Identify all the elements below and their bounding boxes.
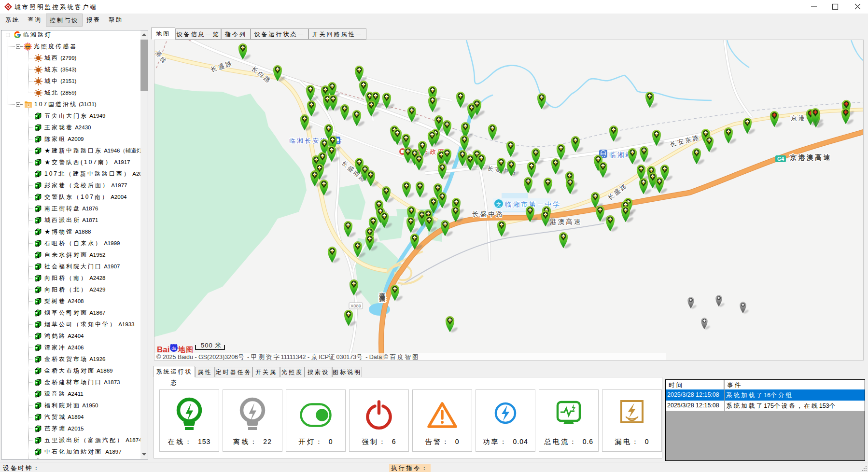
svg-text:G4: G4 bbox=[777, 156, 784, 162]
svg-text:临湘市第一中学: 临湘市第一中学 bbox=[505, 201, 561, 208]
svg-text:港澳高速: 港澳高速 bbox=[549, 218, 582, 225]
svg-text:地图: 地图 bbox=[178, 346, 194, 353]
svg-text:du: du bbox=[171, 346, 176, 351]
svg-text:X089: X089 bbox=[350, 303, 361, 308]
svg-text:京港澳高速: 京港澳高速 bbox=[789, 153, 832, 161]
svg-text:Bai: Bai bbox=[157, 345, 169, 354]
svg-text:长盛中路: 长盛中路 bbox=[472, 210, 504, 218]
svg-text:© 2025 Baidu - GS(2023)3206号 -: © 2025 Baidu - GS(2023)3206号 - 甲测资字11111… bbox=[156, 354, 420, 361]
svg-text:500 米: 500 米 bbox=[201, 342, 223, 349]
svg-text:文: 文 bbox=[496, 202, 501, 207]
